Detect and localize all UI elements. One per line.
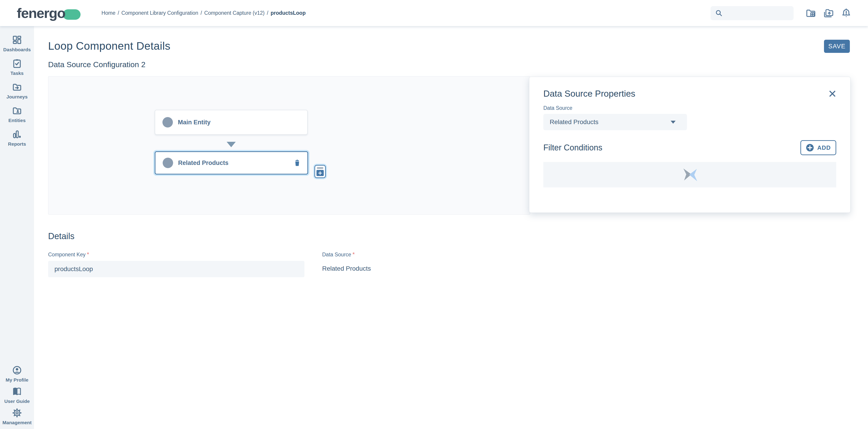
add-button-label: ADD: [817, 144, 831, 151]
component-key-field: Component Key*: [48, 251, 305, 277]
breadcrumb-separator: /: [118, 10, 119, 16]
trash-icon: [293, 159, 302, 167]
field-label-text: Component Key: [48, 252, 86, 257]
data-source-field-label: Data Source*: [322, 251, 371, 258]
user-guide-icon: [12, 386, 22, 397]
reports-icon: [12, 129, 22, 140]
folder-upload-icon: [823, 7, 834, 19]
plus-circle-icon: [806, 144, 814, 152]
breadcrumb-separator: /: [200, 10, 202, 16]
plus-icon: [316, 170, 324, 176]
fenergo-x-mark-icon: [681, 167, 699, 182]
upload-folder-button[interactable]: [823, 7, 834, 19]
sidebar-top-group: Dashboards Tasks Journeys: [0, 26, 34, 147]
data-source-field: Data Source* Related Products: [322, 251, 371, 277]
breadcrumb-separator: /: [267, 10, 268, 16]
sidebar-item-label: Management: [2, 420, 32, 425]
section-title: Data Source Configuration 2: [48, 60, 850, 69]
sidebar-item-label: Entities: [8, 118, 26, 123]
sidebar-item-label: User Guide: [4, 399, 30, 404]
notification-bell-icon: [841, 7, 852, 19]
sidebar-item-journeys[interactable]: Journeys: [0, 82, 34, 100]
field-label-text: Data Source: [322, 252, 351, 257]
sidebar-item-label: Dashboards: [3, 47, 31, 53]
topbar-actions: [711, 6, 852, 20]
breadcrumb-component-library[interactable]: Component Library Configuration: [121, 10, 198, 16]
details-fields: Component Key* Data Source* Related Prod…: [48, 251, 850, 277]
sidebar-item-user-guide[interactable]: User Guide: [0, 386, 34, 404]
save-button[interactable]: SAVE: [824, 40, 850, 53]
dashboards-icon: [12, 35, 22, 45]
management-icon gear-icon: [12, 408, 22, 418]
sidebar-item-management[interactable]: Management: [0, 408, 34, 425]
sidebar: Dashboards Tasks Journeys: [0, 26, 34, 429]
chevron-down-icon: [671, 121, 676, 124]
data-source-selected-value: Related Products: [550, 118, 598, 126]
notifications-button[interactable]: [840, 7, 852, 19]
sidebar-item-entities[interactable]: Entities: [0, 105, 34, 123]
close-panel-button[interactable]: [829, 90, 836, 97]
breadcrumb-component-capture[interactable]: Component Capture (v12): [204, 10, 265, 16]
node-label: Main Entity: [178, 119, 211, 126]
flow-arrow-down-icon: [227, 142, 236, 147]
profile-icon: [12, 365, 22, 375]
sidebar-item-reports[interactable]: Reports: [0, 129, 34, 147]
details-section: Details Component Key* Data Source* Rela…: [48, 232, 850, 277]
sidebar-item-label: Journeys: [6, 94, 27, 100]
page-title: Loop Component Details: [48, 40, 170, 52]
node-label: Related Products: [178, 159, 228, 166]
node-main-entity[interactable]: Main Entity: [155, 110, 308, 135]
filter-conditions-empty-state: [544, 162, 836, 187]
search-icon: [715, 9, 723, 17]
sidebar-item-dashboards[interactable]: Dashboards: [0, 35, 34, 53]
filter-conditions-title: Filter Conditions: [544, 143, 602, 152]
search-input[interactable]: [725, 9, 789, 17]
diagram-area[interactable]: Main Entity Related Products: [48, 76, 530, 215]
node-status-circle: [162, 117, 173, 127]
data-source-select[interactable]: Related Products: [544, 114, 687, 130]
logo-pill-icon: [63, 9, 81, 20]
details-title: Details: [48, 232, 850, 241]
search-box[interactable]: [711, 6, 794, 20]
data-source-label: Data Source: [544, 105, 836, 111]
node-status-circle: [163, 158, 173, 168]
tasks-icon: [12, 58, 22, 69]
journeys-icon: [12, 82, 22, 92]
sidebar-item-my-profile[interactable]: My Profile: [0, 365, 34, 383]
node-related-products[interactable]: Related Products: [155, 151, 308, 175]
main-content: Loop Component Details SAVE Data Source …: [34, 26, 868, 429]
data-source-field-value: Related Products: [322, 265, 371, 272]
panel-title: Data Source Properties: [544, 89, 635, 99]
breadcrumb-home[interactable]: Home: [101, 10, 115, 16]
component-key-input[interactable]: [48, 261, 305, 277]
add-node-button[interactable]: [314, 165, 326, 178]
add-folder-button[interactable]: [805, 7, 817, 19]
sidebar-item-label: Tasks: [10, 70, 24, 76]
sidebar-item-tasks[interactable]: Tasks: [0, 58, 34, 76]
add-filter-condition-button[interactable]: ADD: [800, 140, 836, 155]
folder-plus-icon: [805, 7, 816, 19]
sidebar-item-label: My Profile: [6, 377, 28, 383]
data-source-properties-panel: Data Source Properties Data Source Relat…: [529, 77, 850, 213]
panel-header: Data Source Properties: [544, 89, 836, 99]
fenergo-logo[interactable]: fenergo: [17, 5, 81, 21]
topbar: fenergo Home / Component Library Configu…: [0, 0, 868, 26]
breadcrumb: Home / Component Library Configuration /…: [101, 10, 306, 16]
data-source-canvas: Main Entity Related Products: [48, 76, 850, 216]
entities-icon: [12, 105, 22, 116]
logo-text: fenergo: [17, 5, 65, 21]
close-icon: [829, 90, 836, 97]
required-asterisk: *: [87, 251, 89, 257]
component-key-label: Component Key*: [48, 251, 305, 258]
sidebar-bottom-group: My Profile User Guide: [0, 365, 34, 429]
filter-conditions-header: Filter Conditions ADD: [544, 140, 836, 155]
delete-node-button[interactable]: [293, 159, 302, 167]
sidebar-item-label: Reports: [8, 141, 26, 147]
required-asterisk: *: [352, 251, 355, 257]
page-header: Loop Component Details SAVE: [48, 40, 850, 53]
add-node-bar: [317, 167, 323, 169]
breadcrumb-current: productsLoop: [271, 10, 306, 16]
